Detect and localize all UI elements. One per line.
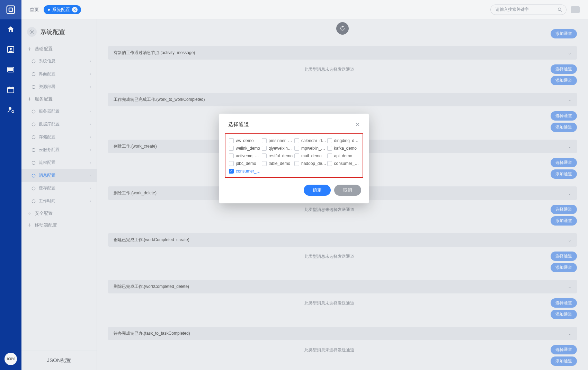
channel-checkbox[interactable]: kafka_demo xyxy=(327,146,359,151)
checkbox-icon xyxy=(327,138,332,143)
checkbox-icon xyxy=(262,138,267,143)
channel-checkbox[interactable]: consumer_jdbc xyxy=(229,169,261,174)
checkbox-icon xyxy=(294,161,299,166)
channel-checkbox[interactable]: qiyeweixin_demo xyxy=(262,146,294,151)
checkbox-icon xyxy=(294,138,299,143)
checkbox-icon xyxy=(229,153,234,158)
modal-overlay: 选择通道 ✕ ws_demopmsinner_democalendar_demo… xyxy=(0,0,588,370)
checkbox-icon xyxy=(229,138,234,143)
checkbox-icon xyxy=(294,146,299,151)
channel-checkbox[interactable]: welink_demo xyxy=(229,146,261,151)
channel-checkbox[interactable]: calendar_demo xyxy=(294,138,327,143)
select-channel-modal: 选择通道 ✕ ws_demopmsinner_democalendar_demo… xyxy=(219,114,369,203)
checkbox-icon xyxy=(327,153,332,158)
checkbox-icon xyxy=(229,161,234,166)
channel-checkbox[interactable]: pmsinner_demo xyxy=(262,138,294,143)
checkbox-icon xyxy=(229,146,234,151)
modal-cancel-button[interactable]: 取消 xyxy=(334,185,361,196)
channel-checkbox[interactable]: hadoop_demo xyxy=(294,161,327,166)
checkbox-icon xyxy=(229,169,234,174)
channel-checkbox[interactable]: jdbc_demo xyxy=(229,161,261,166)
modal-title: 选择通道 xyxy=(228,121,249,128)
channel-checkbox[interactable]: ws_demo xyxy=(229,138,261,143)
checkbox-icon xyxy=(327,161,332,166)
modal-body-highlight: ws_demopmsinner_democalendar_demodingdin… xyxy=(225,133,363,178)
channel-checkbox[interactable]: mail_demo xyxy=(294,153,327,158)
checkbox-icon xyxy=(262,161,267,166)
channel-checkbox[interactable]: mpweixin_demo xyxy=(294,146,327,151)
channel-checkbox[interactable]: api_demo xyxy=(327,153,359,158)
modal-ok-button[interactable]: 确定 xyxy=(304,185,331,196)
channel-checkbox[interactable]: table_demo xyxy=(262,161,294,166)
channel-checkbox[interactable]: restful_demo xyxy=(262,153,294,158)
checkbox-icon xyxy=(262,146,267,151)
checkbox-icon xyxy=(327,146,332,151)
channel-checkbox[interactable]: consumer_mail xyxy=(327,161,359,166)
channel-checkbox[interactable]: dingding_demo xyxy=(327,138,359,143)
modal-close-icon[interactable]: ✕ xyxy=(355,121,360,128)
checkbox-icon xyxy=(294,153,299,158)
checkbox-icon xyxy=(262,153,267,158)
channel-checkbox[interactable]: activemq_demo xyxy=(229,153,261,158)
